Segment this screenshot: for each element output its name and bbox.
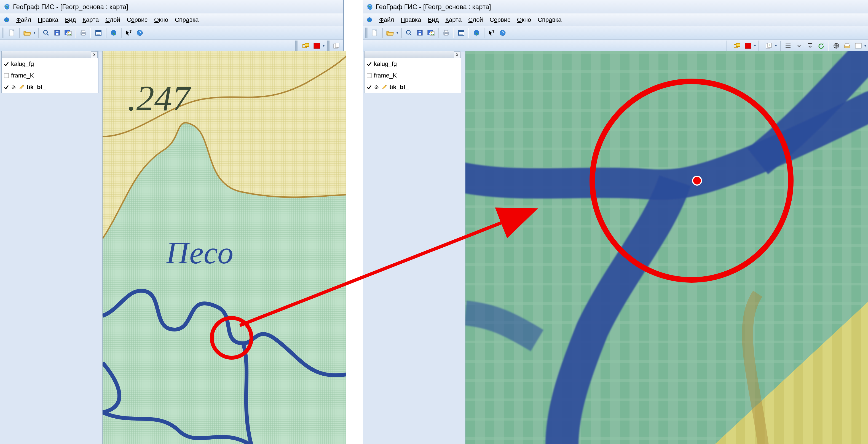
zoom-icon[interactable] <box>404 28 414 38</box>
layer-row[interactable]: frame_K <box>2 70 98 81</box>
align-horizontal-icon[interactable] <box>783 41 793 51</box>
menu-item[interactable]: Карта <box>79 16 102 24</box>
layer-name: kalug_fg <box>374 60 397 67</box>
toolbar-grip[interactable] <box>2 28 5 38</box>
dropdown-icon[interactable]: ▾ <box>33 31 36 35</box>
svg-text:?: ? <box>492 30 495 34</box>
red-square-icon[interactable] <box>743 41 753 51</box>
dropdown-icon[interactable]: ▾ <box>775 41 777 51</box>
toolbar-main: ▾?? <box>363 26 868 40</box>
globe-icon[interactable] <box>471 28 482 38</box>
menu-item[interactable]: Справка <box>534 16 565 24</box>
rect-pair-icon[interactable] <box>732 41 742 51</box>
menu-item[interactable]: Правка <box>397 16 424 24</box>
close-icon[interactable]: x <box>454 51 461 58</box>
menu-item[interactable]: Файл <box>13 16 34 24</box>
layer-checkbox[interactable] <box>367 85 372 90</box>
open-icon[interactable] <box>385 28 395 38</box>
toolbar-grip[interactable] <box>327 40 330 51</box>
red-square-icon[interactable] <box>312 41 322 51</box>
window-list-icon[interactable] <box>456 28 466 38</box>
print-icon[interactable] <box>441 28 451 38</box>
svg-text:+: + <box>769 43 771 47</box>
undo-icon[interactable] <box>816 41 826 51</box>
menu-item[interactable]: Вид <box>424 16 442 24</box>
cursor-help-icon[interactable]: ? <box>487 28 497 38</box>
layer-checkbox[interactable] <box>4 85 9 90</box>
copy-plus-icon[interactable] <box>332 41 342 51</box>
white-rect-icon[interactable] <box>854 41 863 51</box>
layer-panel-header[interactable]: x <box>2 51 98 58</box>
svg-point-34 <box>406 30 410 34</box>
mdi-icon[interactable] <box>3 16 10 24</box>
layer-checkbox[interactable] <box>367 73 372 78</box>
help-icon[interactable]: ? <box>498 28 507 38</box>
menu-item[interactable]: Окно <box>514 16 534 24</box>
menu-item[interactable]: Слой <box>102 16 124 24</box>
layer-row[interactable]: tik_bl_ <box>365 81 461 93</box>
arrow-down-bar-icon[interactable] <box>794 41 804 51</box>
layer-panel: x kalug_fgframe_Ktik_bl_ <box>1 51 98 93</box>
menu-item[interactable]: Файл <box>376 16 397 24</box>
globe-lines-icon[interactable] <box>831 41 841 51</box>
titlebar[interactable]: ГеоГраф ГИС - [Геогр_основа : карта] <box>363 0 868 13</box>
menu-item[interactable]: Справка <box>172 16 202 24</box>
dropdown-icon[interactable]: ▾ <box>322 41 325 51</box>
layer-row[interactable]: kalug_fg <box>365 58 461 70</box>
layer-name: frame_K <box>11 72 34 79</box>
new-doc-icon[interactable] <box>370 28 380 38</box>
toolbar-grip[interactable] <box>365 28 368 38</box>
close-icon[interactable]: x <box>91 51 98 58</box>
layer-name: frame_K <box>374 72 397 79</box>
save-image-icon[interactable] <box>63 28 73 38</box>
save-icon[interactable] <box>415 28 425 38</box>
svg-rect-14 <box>82 34 85 35</box>
app-window-left: ГеоГраф ГИС - [Геогр_основа : карта] Фай… <box>0 0 344 444</box>
menubar: ФайлПравкаВидКартаСлойСервисОкноСправка <box>363 13 868 26</box>
svg-rect-61 <box>367 73 371 78</box>
save-icon[interactable] <box>52 28 62 38</box>
spark-cursor-icon <box>11 84 17 90</box>
menu-item[interactable]: Вид <box>61 16 79 24</box>
dropdown-icon[interactable]: ▾ <box>753 41 756 51</box>
print-icon[interactable] <box>78 28 88 38</box>
copy-plus-icon[interactable]: + <box>764 41 774 51</box>
svg-point-47 <box>474 30 479 36</box>
layer-name: kalug_fg <box>11 60 34 67</box>
help-icon[interactable]: ? <box>135 28 145 38</box>
cursor-help-icon[interactable]: ? <box>124 28 134 38</box>
toolbar-grip[interactable] <box>295 40 298 51</box>
menu-item[interactable]: Окно <box>151 16 172 24</box>
layer-checkbox[interactable] <box>4 61 9 66</box>
svg-point-11 <box>68 32 69 33</box>
rect-pair-icon[interactable] <box>301 41 311 51</box>
layer-checkbox[interactable] <box>367 61 372 66</box>
toolbar-grip[interactable] <box>758 40 761 51</box>
folder-tan-icon[interactable] <box>842 41 852 51</box>
open-icon[interactable] <box>22 28 32 38</box>
mdi-icon[interactable] <box>366 16 373 24</box>
layer-row[interactable]: tik_bl_ <box>2 81 98 93</box>
new-doc-icon[interactable] <box>7 28 17 38</box>
layer-row[interactable]: kalug_fg <box>2 58 98 70</box>
layer-panel-header[interactable]: x <box>365 51 461 58</box>
menu-item[interactable]: Карта <box>442 16 465 24</box>
globe-icon[interactable] <box>108 28 119 38</box>
map-canvas-left[interactable]: .247 Песо <box>102 51 346 444</box>
zoom-icon[interactable] <box>41 28 51 38</box>
map-canvas-right[interactable] <box>465 51 868 444</box>
dropdown-icon[interactable]: ▾ <box>864 41 867 51</box>
window-list-icon[interactable] <box>93 28 103 38</box>
menu-item[interactable]: Правка <box>34 16 61 24</box>
toolbar-grip[interactable] <box>726 40 729 51</box>
arrow-down-mid-icon[interactable] <box>805 41 815 51</box>
layer-row[interactable]: frame_K <box>365 70 461 81</box>
layer-checkbox[interactable] <box>4 73 9 78</box>
titlebar[interactable]: ГеоГраф ГИС - [Геогр_основа : карта] <box>0 0 343 13</box>
pencil-icon <box>19 84 24 90</box>
menu-item[interactable]: Сервис <box>486 16 514 24</box>
save-image-icon[interactable] <box>426 28 436 38</box>
menu-item[interactable]: Слой <box>465 16 486 24</box>
dropdown-icon[interactable]: ▾ <box>395 31 399 35</box>
menu-item[interactable]: Сервис <box>124 16 151 24</box>
